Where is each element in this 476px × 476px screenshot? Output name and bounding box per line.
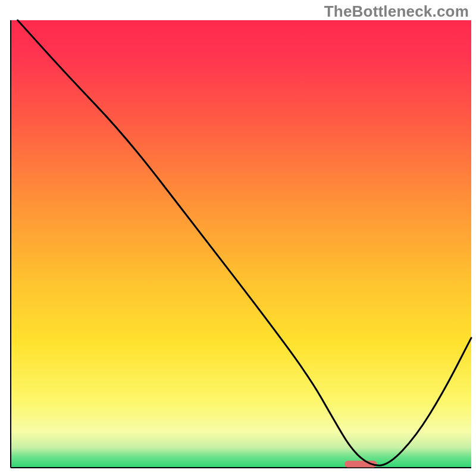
chart-canvas: [0, 0, 476, 476]
watermark-text: TheBottleneck.com: [324, 2, 469, 21]
bottleneck-chart: TheBottleneck.com: [0, 0, 476, 476]
